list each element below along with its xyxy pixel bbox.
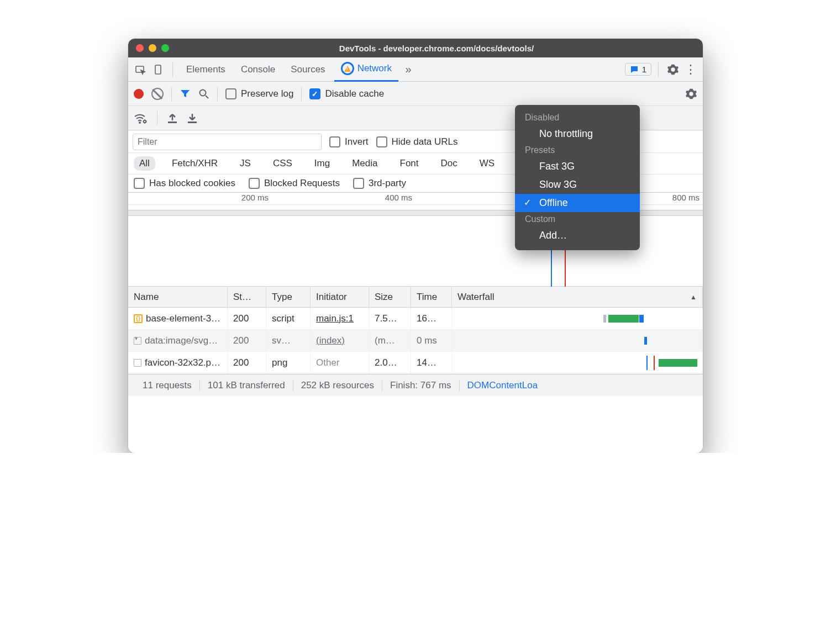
throttle-fast-3g[interactable]: Fast 3G: [515, 157, 640, 176]
tab-network[interactable]: Network: [334, 57, 398, 82]
cell-type: script: [266, 308, 311, 329]
status-bar: 11 requests 101 kB transferred 252 kB re…: [128, 374, 703, 396]
inspect-icon[interactable]: [133, 62, 148, 77]
tab-label: Console: [241, 64, 275, 75]
header-initiator[interactable]: Initiator: [311, 287, 369, 307]
tab-label: Sources: [291, 64, 325, 75]
blocked-requests-checkbox[interactable]: Blocked Requests: [249, 178, 340, 189]
export-har-icon[interactable]: [187, 113, 197, 124]
titlebar: DevTools - developer.chrome.com/docs/dev…: [128, 39, 703, 57]
device-toggle-icon[interactable]: [150, 62, 166, 77]
chip-ws[interactable]: WS: [474, 156, 500, 171]
table-header: Name St… Type Initiator Size Time Waterf…: [128, 287, 703, 308]
cell-status: 200: [228, 308, 266, 329]
cell-time: 0 ms: [411, 330, 452, 351]
third-party-checkbox[interactable]: 3rd-party: [353, 178, 406, 189]
messages-button[interactable]: 1: [625, 63, 651, 76]
network-table: Name St… Type Initiator Size Time Waterf…: [128, 287, 703, 374]
cell-initiator[interactable]: (index): [316, 335, 345, 346]
chip-all[interactable]: All: [134, 156, 155, 171]
hide-data-urls-checkbox[interactable]: Hide data URLs: [376, 136, 458, 147]
chip-doc[interactable]: Doc: [435, 156, 463, 171]
dropdown-group-label: Disabled: [515, 110, 640, 125]
warning-icon: [341, 62, 354, 75]
checkbox-icon: [249, 178, 260, 189]
divider: [171, 87, 172, 101]
blocked-cookies-checkbox[interactable]: Has blocked cookies: [134, 178, 235, 189]
checkbox-icon: [376, 136, 387, 147]
maximize-icon[interactable]: [161, 44, 169, 52]
filter-input[interactable]: [133, 134, 322, 150]
tab-elements[interactable]: Elements: [180, 57, 232, 82]
network-settings-icon[interactable]: [685, 88, 697, 100]
throttle-add[interactable]: Add…: [515, 226, 640, 245]
cell-waterfall: [452, 352, 703, 373]
script-icon: [134, 314, 143, 323]
more-tabs-icon[interactable]: »: [401, 62, 416, 77]
import-har-icon[interactable]: [167, 113, 177, 124]
status-transferred: 101 kB transferred: [200, 380, 293, 391]
cell-type: sv…: [266, 330, 311, 351]
table-row[interactable]: data:image/svg… 200 sv… (index) (m… 0 ms: [128, 330, 703, 352]
chip-css[interactable]: CSS: [267, 156, 298, 171]
network-toolbar: Preserve log Disable cache: [128, 82, 703, 106]
svg-point-2: [200, 89, 206, 96]
header-name[interactable]: Name: [128, 287, 228, 307]
header-time[interactable]: Time: [411, 287, 452, 307]
table-row[interactable]: favicon-32x32.p… 200 png Other 2.0… 14…: [128, 352, 703, 374]
divider: [172, 62, 173, 77]
checkbox-label: Disable cache: [325, 88, 384, 99]
checkbox-label: Preserve log: [241, 88, 293, 99]
checkbox-label: 3rd-party: [369, 178, 406, 189]
checkbox-icon: [134, 178, 145, 189]
cell-initiator[interactable]: main.js:1: [316, 313, 354, 324]
invert-checkbox[interactable]: Invert: [329, 136, 369, 147]
cell-name: base-element-3…: [146, 313, 220, 324]
cell-status: 200: [228, 330, 266, 351]
dropdown-group-label: Custom: [515, 212, 640, 226]
kebab-icon[interactable]: ⋮: [683, 62, 698, 77]
throttle-slow-3g[interactable]: Slow 3G: [515, 176, 640, 194]
throttle-no-throttling[interactable]: No throttling: [515, 125, 640, 143]
svg-rect-6: [188, 122, 197, 123]
svg-rect-5: [168, 122, 177, 123]
clear-icon[interactable]: [151, 88, 164, 100]
cell-name: data:image/svg…: [145, 335, 218, 346]
disable-cache-checkbox[interactable]: Disable cache: [309, 88, 384, 99]
search-icon[interactable]: [198, 88, 209, 99]
chip-img[interactable]: Img: [309, 156, 335, 171]
chip-font[interactable]: Font: [395, 156, 424, 171]
record-button[interactable]: [134, 89, 144, 99]
minimize-icon[interactable]: [149, 44, 156, 52]
throttle-offline[interactable]: Offline: [515, 194, 640, 212]
header-status[interactable]: St…: [228, 287, 266, 307]
divider: [157, 111, 157, 125]
dropdown-group-label: Presets: [515, 143, 640, 157]
chip-fetch-xhr[interactable]: Fetch/XHR: [166, 156, 223, 171]
tab-console[interactable]: Console: [234, 57, 282, 82]
table-row[interactable]: base-element-3… 200 script main.js:1 7.5…: [128, 308, 703, 330]
tab-sources[interactable]: Sources: [284, 57, 332, 82]
divider: [217, 87, 218, 101]
chip-js[interactable]: JS: [234, 156, 256, 171]
status-finish: Finish: 767 ms: [382, 380, 460, 391]
checkbox-icon: [225, 88, 236, 99]
cell-type: png: [266, 352, 311, 373]
settings-icon[interactable]: [665, 62, 681, 77]
close-icon[interactable]: [136, 44, 144, 52]
chip-media[interactable]: Media: [346, 156, 383, 171]
image-icon: [134, 337, 141, 345]
header-type[interactable]: Type: [266, 287, 311, 307]
throttling-dropdown: Disabled No throttling Presets Fast 3G S…: [515, 105, 640, 250]
header-waterfall[interactable]: Waterfall▲: [452, 287, 703, 307]
preserve-log-checkbox[interactable]: Preserve log: [225, 88, 293, 99]
cell-waterfall: [452, 308, 703, 329]
filter-icon[interactable]: [180, 88, 191, 99]
checkbox-label: Invert: [345, 136, 369, 147]
svg-rect-1: [155, 65, 161, 74]
cell-size: 2.0…: [369, 352, 411, 373]
network-conditions-icon[interactable]: [134, 113, 147, 124]
header-size[interactable]: Size: [369, 287, 411, 307]
traffic-lights: [136, 44, 169, 52]
cell-waterfall: [452, 330, 703, 351]
